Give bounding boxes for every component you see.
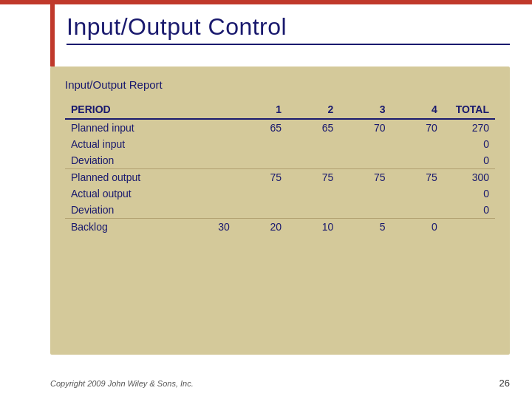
row-pre: [184, 119, 236, 136]
table-row: Backlog 30 20 10 5 0: [65, 219, 495, 236]
row-c1: [236, 152, 287, 169]
row-c4: 0: [391, 219, 443, 236]
row-c2: [287, 185, 339, 202]
table-row: Deviation 0: [65, 202, 495, 219]
row-label: Planned input: [65, 119, 184, 136]
row-c2: 75: [287, 169, 339, 186]
footer-copyright: Copyright 2009 John Wiley & Sons, Inc.: [50, 379, 194, 388]
content-area: Input/Output Report PERIOD 1 2 3 4 TOTAL…: [50, 66, 510, 355]
row-total: [443, 219, 495, 236]
row-c4: [391, 136, 443, 152]
row-c1: 75: [236, 169, 287, 186]
row-c3: 75: [339, 169, 391, 186]
row-c2: 10: [287, 219, 339, 236]
report-title: Input/Output Report: [65, 78, 495, 91]
row-total: 0: [443, 185, 495, 202]
col-2: 2: [287, 101, 339, 119]
row-c3: [339, 136, 391, 152]
io-table: PERIOD 1 2 3 4 TOTAL Planned input 65 65…: [65, 101, 495, 235]
row-c1: [236, 136, 287, 152]
row-label: Actual output: [65, 185, 184, 202]
row-c3: [339, 152, 391, 169]
col-4: 4: [391, 101, 443, 119]
left-accent: [50, 0, 55, 66]
row-label: Deviation: [65, 152, 184, 169]
table-row: Actual input 0: [65, 136, 495, 152]
row-c1: 65: [236, 119, 287, 136]
table-row: Actual output 0: [65, 185, 495, 202]
col-3: 3: [339, 101, 391, 119]
row-total: 0: [443, 152, 495, 169]
row-c1: [236, 202, 287, 219]
row-c4: [391, 185, 443, 202]
row-pre: [184, 169, 236, 186]
page-title: Input/Output Control: [66, 13, 510, 41]
row-c2: 65: [287, 119, 339, 136]
row-c2: [287, 136, 339, 152]
row-c3: [339, 185, 391, 202]
row-c3: 5: [339, 219, 391, 236]
row-pre: [184, 202, 236, 219]
table-row: Deviation 0: [65, 152, 495, 169]
row-pre: [184, 152, 236, 169]
row-total: 0: [443, 202, 495, 219]
row-pre: [184, 185, 236, 202]
row-total: 0: [443, 136, 495, 152]
page: Input/Output Control Input/Output Report…: [0, 0, 532, 399]
row-label: Deviation: [65, 202, 184, 219]
row-pre: 30: [184, 219, 236, 236]
row-total: 300: [443, 169, 495, 186]
row-c3: 70: [339, 119, 391, 136]
row-c1: [236, 185, 287, 202]
title-area: Input/Output Control: [66, 13, 510, 45]
footer-page-number: 26: [499, 378, 510, 389]
row-c2: [287, 152, 339, 169]
row-total: 270: [443, 119, 495, 136]
col-period: PERIOD: [65, 101, 184, 119]
row-c4: [391, 152, 443, 169]
col-total: TOTAL: [443, 101, 495, 119]
row-c3: [339, 202, 391, 219]
row-label: Planned output: [65, 169, 184, 186]
table-header-row: PERIOD 1 2 3 4 TOTAL: [65, 101, 495, 119]
col-1: 1: [236, 101, 287, 119]
title-underline: [66, 44, 510, 45]
row-label: Actual input: [65, 136, 184, 152]
row-c4: 75: [391, 169, 443, 186]
row-c1: 20: [236, 219, 287, 236]
row-c4: [391, 202, 443, 219]
table-row: Planned input 65 65 70 70 270: [65, 119, 495, 136]
row-c4: 70: [391, 119, 443, 136]
footer: Copyright 2009 John Wiley & Sons, Inc. 2…: [50, 378, 510, 389]
row-label: Backlog: [65, 219, 184, 236]
table-row: Planned output 75 75 75 75 300: [65, 169, 495, 186]
col-pre: [184, 101, 236, 119]
row-pre: [184, 136, 236, 152]
top-accent: [0, 0, 532, 4]
row-c2: [287, 202, 339, 219]
